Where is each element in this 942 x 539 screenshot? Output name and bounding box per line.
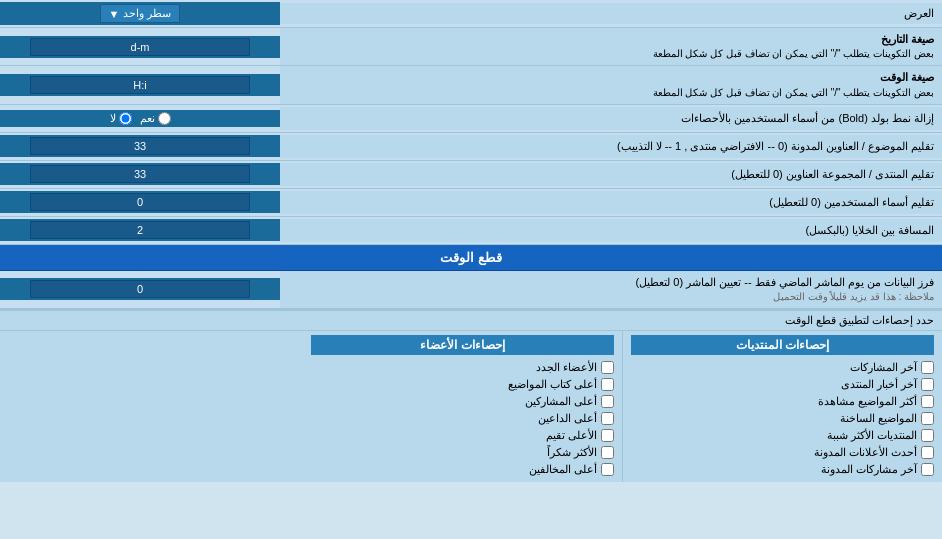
label-forum-news: آخر أخبار المنتدى	[841, 378, 917, 391]
forum-stats-header: إحصاءات المنتديات	[631, 335, 934, 355]
label-top-participants: أعلى المشاركين	[525, 395, 597, 408]
checkboxes-outer: حدد إحصاءات لتطبيق قطع الوقت إحصاءات الم…	[0, 309, 942, 482]
checkbox-item: أعلى المخالفين	[311, 461, 614, 478]
bold-yes-radio[interactable]	[158, 112, 171, 125]
display-label: العرض	[280, 3, 942, 24]
checkbox-item: آخر أخبار المنتدى	[631, 376, 934, 393]
date-format-sublabel: بعض التكوينات يتطلب "/" التي يمكن ان تضا…	[288, 47, 934, 61]
bold-remove-row: إزالة نمط بولد (Bold) من أسماء المستخدمي…	[0, 105, 942, 133]
realtime-input-container	[0, 278, 280, 300]
label-most-thanked: الأكثر شكراً	[547, 446, 597, 459]
checkbox-top-writers[interactable]	[601, 378, 614, 391]
checkbox-top-participants[interactable]	[601, 395, 614, 408]
label-most-viewed: أكثر المواضيع مشاهدة	[818, 395, 917, 408]
checkbox-forum-news[interactable]	[921, 378, 934, 391]
label-top-violators: أعلى المخالفين	[529, 463, 597, 476]
label-top-rated: الأعلى تقيم	[546, 429, 597, 442]
forum-address-input[interactable]	[30, 165, 250, 183]
checkbox-new-members[interactable]	[601, 361, 614, 374]
time-format-input[interactable]	[30, 76, 250, 94]
time-format-title: صيغة الوقت	[288, 70, 934, 85]
topic-subject-input[interactable]	[30, 137, 250, 155]
single-line-dropdown[interactable]: سطر واحد ▼	[100, 4, 181, 23]
checkbox-hot-topics[interactable]	[921, 412, 934, 425]
label-top-inviters: أعلى الداعين	[538, 412, 597, 425]
bold-yes-text: نعم	[140, 112, 155, 125]
checkbox-top-inviters[interactable]	[601, 412, 614, 425]
bold-remove-radio-container: نعم لا	[0, 110, 280, 127]
date-format-input[interactable]	[30, 38, 250, 56]
forum-address-row: تقليم المنتدى / المجموعة العناوين (0 للت…	[0, 161, 942, 189]
topic-subject-label: تقليم الموضوع / العناوين المدونة (0 -- ا…	[280, 135, 942, 158]
date-format-input-container	[0, 36, 280, 58]
checkbox-item: الأعلى تقيم	[311, 427, 614, 444]
label-hot-topics: المواضيع الساخنة	[840, 412, 917, 425]
usernames-label: تقليم أسماء المستخدمين (0 للتعطيل)	[280, 191, 942, 214]
forum-address-input-container	[0, 163, 280, 185]
checkbox-last-posts[interactable]	[921, 361, 934, 374]
date-format-title: صيغة التاريخ	[288, 32, 934, 47]
realtime-input[interactable]	[30, 280, 250, 298]
cell-distance-label: المسافة بين الخلايا (بالبكسل)	[280, 219, 942, 242]
cell-distance-input-container	[0, 219, 280, 241]
time-format-input-container	[0, 74, 280, 96]
realtime-row: فرز البيانات من يوم الماشر الماضي فقط --…	[0, 271, 942, 309]
bold-no-radio[interactable]	[119, 112, 132, 125]
checkbox-item: الأعضاء الجدد	[311, 359, 614, 376]
time-format-row: صيغة الوقت بعض التكوينات يتطلب "/" التي …	[0, 66, 942, 104]
realtime-section-header: قطع الوقت	[0, 245, 942, 271]
realtime-label: فرز البيانات من يوم الماشر الماضي فقط --…	[280, 271, 942, 308]
dropdown-container[interactable]: سطر واحد ▼	[0, 2, 280, 25]
label-announcements: أحدث الأعلانات المدونة	[814, 446, 917, 459]
checkbox-item: المنتديات الأكثر شببة	[631, 427, 934, 444]
checkbox-item: آخر مشاركات المدونة	[631, 461, 934, 478]
label-top-writers: أعلى كتاب المواضيع	[508, 378, 597, 391]
bold-radio-group: نعم لا	[110, 112, 171, 125]
bold-no-label[interactable]: لا	[110, 112, 132, 125]
checkbox-item: أعلى المشاركين	[311, 393, 614, 410]
topic-subject-row: تقليم الموضوع / العناوين المدونة (0 -- ا…	[0, 133, 942, 161]
member-stats-col: إحصاءات الأعضاء الأعضاء الجدد أعلى كتاب …	[303, 331, 622, 482]
usernames-input[interactable]	[30, 193, 250, 211]
checkbox-most-thanked[interactable]	[601, 446, 614, 459]
label-new-members: الأعضاء الجدد	[536, 361, 597, 374]
checkbox-blog-posts[interactable]	[921, 463, 934, 476]
checkbox-item: آخر المشاركات	[631, 359, 934, 376]
label-last-posts: آخر المشاركات	[850, 361, 917, 374]
checkbox-item: أحدث الأعلانات المدونة	[631, 444, 934, 461]
date-format-row: صيغة التاريخ بعض التكوينات يتطلب "/" الت…	[0, 28, 942, 66]
dropdown-label: سطر واحد	[123, 7, 171, 20]
bold-yes-label[interactable]: نعم	[140, 112, 171, 125]
checkbox-top-rated[interactable]	[601, 429, 614, 442]
checkbox-item: أكثر المواضيع مشاهدة	[631, 393, 934, 410]
time-format-label: صيغة الوقت بعض التكوينات يتطلب "/" التي …	[280, 66, 942, 103]
label-most-popular: المنتديات الأكثر شببة	[827, 429, 917, 442]
limit-row: حدد إحصاءات لتطبيق قطع الوقت	[0, 311, 942, 331]
checkbox-most-popular[interactable]	[921, 429, 934, 442]
topic-subject-input-container	[0, 135, 280, 157]
checkbox-announcements[interactable]	[921, 446, 934, 459]
date-format-label: صيغة التاريخ بعض التكوينات يتطلب "/" الت…	[280, 28, 942, 65]
limit-label: حدد إحصاءات لتطبيق قطع الوقت	[785, 314, 934, 326]
checkbox-top-violators[interactable]	[601, 463, 614, 476]
usernames-input-container	[0, 191, 280, 213]
member-stats-header: إحصاءات الأعضاء	[311, 335, 614, 355]
cell-distance-input[interactable]	[30, 221, 250, 239]
usernames-row: تقليم أسماء المستخدمين (0 للتعطيل)	[0, 189, 942, 217]
checkbox-item: أعلى الداعين	[311, 410, 614, 427]
empty-col	[0, 331, 303, 482]
dropdown-icon: ▼	[109, 8, 120, 20]
checkbox-item: الأكثر شكراً	[311, 444, 614, 461]
label-blog-posts: آخر مشاركات المدونة	[821, 463, 917, 476]
checkbox-item: المواضيع الساخنة	[631, 410, 934, 427]
header-row: العرض سطر واحد ▼	[0, 0, 942, 28]
bold-remove-label: إزالة نمط بولد (Bold) من أسماء المستخدمي…	[280, 107, 942, 130]
realtime-title: فرز البيانات من يوم الماشر الماضي فقط --…	[288, 275, 934, 290]
checkbox-item: أعلى كتاب المواضيع	[311, 376, 614, 393]
checkboxes-columns: إحصاءات المنتديات آخر المشاركات آخر أخبا…	[0, 331, 942, 482]
forum-address-label: تقليم المنتدى / المجموعة العناوين (0 للت…	[280, 163, 942, 186]
bold-no-text: لا	[110, 112, 116, 125]
checkbox-most-viewed[interactable]	[921, 395, 934, 408]
forum-stats-col: إحصاءات المنتديات آخر المشاركات آخر أخبا…	[622, 331, 942, 482]
cell-distance-row: المسافة بين الخلايا (بالبكسل)	[0, 217, 942, 245]
